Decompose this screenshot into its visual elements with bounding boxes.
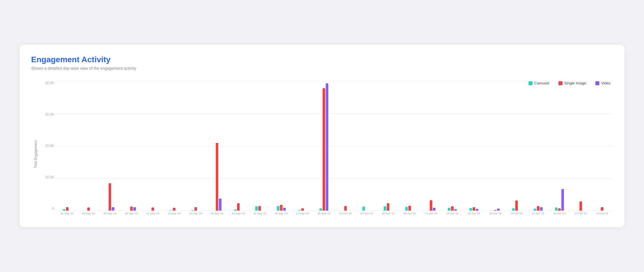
y-axis-label: Total Engagement [31,81,40,219]
bar-group [292,81,313,211]
x-axis-tick: 08 Oct '23 [399,211,420,219]
bar-singleImage [344,206,347,211]
bar-group [56,81,78,211]
bar-video [326,83,328,211]
bar-carousel [384,206,386,211]
bar-singleImage [237,203,240,211]
bar-singleImage [579,201,582,211]
bar-group [270,81,292,211]
bar-singleImage [430,200,432,211]
x-axis-tick: 08 Sep '23 [121,211,142,219]
x-axis-tick: 25 Oct '23 [549,211,570,219]
bar-group [506,81,527,211]
bar-group [99,81,121,211]
x-axis-tick: 01 Sep '23 [56,211,78,219]
bar-group [313,81,335,211]
bar-video [433,208,435,211]
chart-area: CarouselSingle ImageVideo Total Engageme… [31,81,613,219]
bar-singleImage [301,208,304,211]
bar-group [378,81,399,211]
bar-singleImage [87,207,90,211]
bar-carousel [405,207,408,211]
bar-video [133,207,136,211]
x-axis-tick: 25 Sep '23 [270,211,292,219]
bar-group [206,81,228,211]
y-axis-tick: 10.0K [45,175,54,179]
bar-carousel [512,208,515,211]
bar-group [335,81,356,211]
x-axis-tick: 22 Sep '23 [249,211,270,219]
bar-group [356,81,377,211]
x-axis-tick: 29 Oct 23 [592,211,613,219]
x-axis-tick: 29 Sep '23 [313,211,335,219]
bar-singleImage [473,207,475,211]
bar-singleImage [558,208,561,211]
bar-singleImage [258,206,261,211]
bar-carousel [319,208,322,211]
bar-singleImage [66,207,69,211]
x-axis-tick: 18 Sep '23 [206,211,228,219]
x-axis: 01 Sep '2304 Sep '2306 Sep '2308 Sep '23… [56,211,613,219]
bar-group [527,81,549,211]
chart-container: Total Engagement 40.0K30.0K20.0K10.0K0 0… [31,81,613,219]
y-axis-tick: 40.0K [45,81,54,85]
bar-video [219,199,221,211]
bar-group [592,81,613,211]
x-axis-tick: 13 Oct '23 [442,211,463,219]
bar-group [228,81,249,211]
x-axis-tick: 15 Oct '23 [463,211,484,219]
x-axis-tick: 22 Oct '23 [527,211,549,219]
bar-carousel [555,207,558,211]
bar-singleImage [194,207,197,211]
bar-group [121,81,142,211]
bar-group [484,81,506,211]
engagement-activity-card: Engagement Activity Shows a detailed day… [20,45,624,227]
bar-group [463,81,484,211]
x-axis-tick: 06 Oct '23 [378,211,399,219]
bar-group [185,81,206,211]
bar-singleImage [601,207,603,211]
y-axis-tick: 30.0K [45,112,54,116]
bars-row [56,81,613,211]
bar-singleImage [537,206,539,211]
x-axis-tick: 04 Oct '23 [356,211,377,219]
bar-group [142,81,163,211]
bar-group [164,81,185,211]
x-axis-tick: 02 Oct '23 [335,211,356,219]
bar-singleImage [216,143,218,211]
bar-carousel [534,209,536,211]
x-axis-tick: 06 Sep '23 [99,211,121,219]
bar-video [561,189,564,211]
x-axis-tick: 15 Sep '23 [185,211,206,219]
bar-group [442,81,463,211]
x-axis-tick: 20 Oct '23 [506,211,527,219]
bar-video [540,207,543,211]
bar-singleImage [408,206,411,211]
y-axis: 40.0K30.0K20.0K10.0K0 [41,81,56,211]
bar-singleImage [451,206,454,211]
bar-video [112,207,114,211]
x-axis-tick: 04 Sep '23 [78,211,99,219]
y-axis-tick: 0 [52,207,54,211]
bar-singleImage [173,208,175,211]
bar-singleImage [515,201,518,211]
bar-group [570,81,592,211]
bar-group [78,81,99,211]
bar-singleImage [280,205,283,211]
x-axis-tick: 27 Sep '23 [292,211,313,219]
x-axis-tick: 27 Oct '23 [570,211,592,219]
grid-and-bars [56,81,613,211]
bar-video [497,209,500,211]
bar-group [420,81,442,211]
bar-carousel [277,206,279,211]
bar-group [249,81,270,211]
card-title: Engagement Activity [31,55,613,64]
bar-group [399,81,420,211]
bar-carousel [469,208,472,211]
bar-singleImage [109,183,111,211]
x-axis-tick: 13 Sep '23 [164,211,185,219]
x-axis-tick: 11 Sep '23 [142,211,163,219]
bar-singleImage [151,207,154,211]
bar-singleImage [130,207,133,211]
bar-singleImage [387,203,389,211]
